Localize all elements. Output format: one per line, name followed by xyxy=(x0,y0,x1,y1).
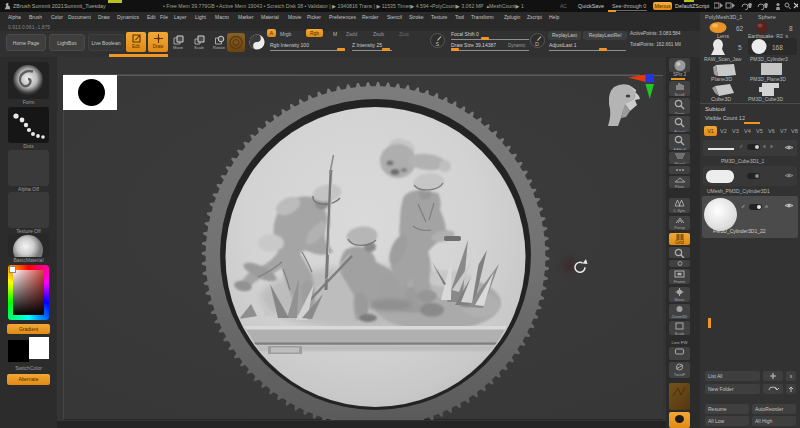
svg-text:62: 62 xyxy=(736,25,744,32)
svg-text:5: 5 xyxy=(738,44,742,51)
svg-text:S: S xyxy=(436,41,440,47)
svg-text:8: 8 xyxy=(789,25,793,32)
svg-text:D: D xyxy=(535,41,539,47)
svg-text:168: 168 xyxy=(772,44,783,51)
